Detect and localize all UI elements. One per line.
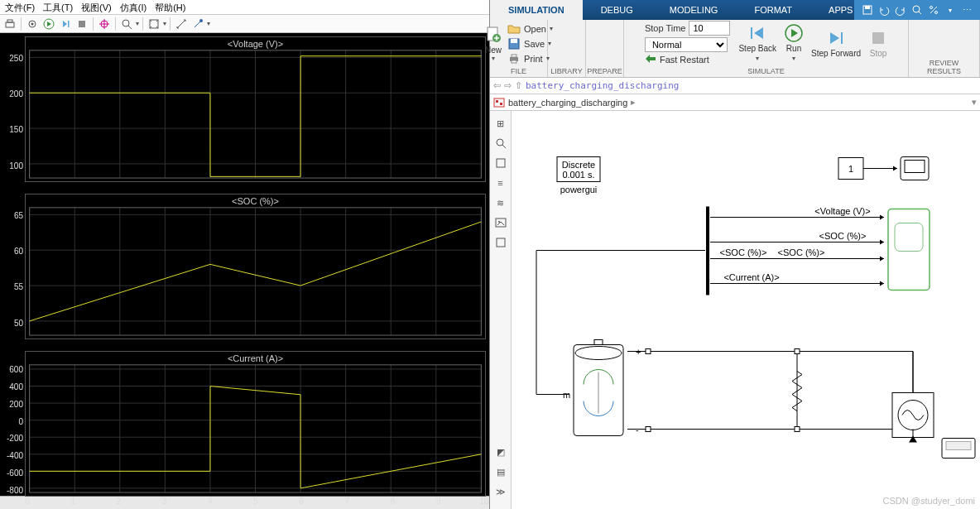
y-tick: 200	[9, 89, 23, 98]
scope-menubar: 文件(F) 工具(T) 视图(V) 仿真(I) 帮助(H)	[0, 0, 489, 15]
fast-restart-button[interactable]: Fast Restart	[645, 54, 731, 65]
watermark: CSDN @studyer_domi	[883, 496, 975, 506]
x-tick: 0	[25, 497, 30, 506]
undo-icon[interactable]	[876, 2, 892, 18]
run-icon[interactable]	[41, 17, 56, 31]
nav-path: battery_charging_discharging	[526, 80, 679, 91]
svg-rect-84	[494, 98, 504, 107]
menu-sim[interactable]: 仿真(I)	[120, 2, 147, 12]
qa-dropdown-icon[interactable]: ▾	[942, 2, 958, 18]
x-tick: 7	[345, 497, 350, 506]
svg-point-71	[930, 7, 933, 9]
save-button[interactable]: Save▾	[507, 37, 553, 50]
tab-debug[interactable]: DEBUG	[583, 0, 651, 20]
menu-view[interactable]: 视图(V)	[81, 2, 112, 12]
marker-icon[interactable]	[190, 17, 205, 31]
nav-up-icon[interactable]: ⇧	[515, 80, 522, 91]
file-group-label: FILE	[511, 67, 526, 75]
run-button[interactable]: Run▾	[785, 24, 803, 62]
tab-modeling[interactable]: MODELING	[651, 0, 737, 20]
x-tick: 5	[253, 497, 258, 506]
plot-title: <Current (A)>	[26, 353, 485, 363]
svg-point-10	[122, 20, 129, 26]
step-forward-button[interactable]: Step Forward	[811, 29, 861, 58]
explore-icon[interactable]: ⊞	[493, 116, 508, 131]
y-tick: 65	[14, 210, 23, 219]
svg-rect-85	[496, 100, 498, 103]
svg-rect-86	[500, 103, 502, 105]
cursor-tool-icon[interactable]	[97, 17, 112, 31]
svg-rect-92	[497, 238, 505, 247]
fit-icon[interactable]	[493, 156, 508, 170]
svg-rect-123	[946, 442, 971, 450]
step-back-icon	[748, 24, 766, 42]
box-icon[interactable]	[493, 235, 508, 250]
stop-icon	[869, 29, 887, 47]
y-tick: 100	[9, 161, 23, 170]
svg-rect-67	[865, 6, 870, 9]
nav-back-icon[interactable]: ⇦	[493, 80, 501, 91]
percent-icon[interactable]	[925, 2, 942, 18]
breadcrumb-drop-icon[interactable]: ▾	[972, 97, 977, 108]
svg-text:<SOC (%)>: <SOC (%)>	[720, 247, 767, 257]
svg-point-87	[497, 139, 503, 146]
x-tick: 2	[117, 497, 122, 506]
menu-tools[interactable]: 工具(T)	[43, 2, 73, 12]
more-icon[interactable]: ⋯	[958, 2, 975, 18]
svg-text:<Voltage (V)>: <Voltage (V)>	[814, 206, 870, 216]
open-button[interactable]: Open▾	[507, 22, 553, 36]
model-canvas[interactable]: Discrete 0.001 s. powergui 1 <Voltage (V…	[512, 111, 980, 509]
scope-plot-2: <Current (A)>-800-600-400-20002004006000…	[25, 351, 486, 497]
left-palette: ⊞ ≡ ≋ ◩ ▤ ≫	[490, 111, 512, 509]
align-icon[interactable]: ≡	[493, 175, 508, 190]
stoptime-input[interactable]	[689, 21, 730, 36]
zoom-icon[interactable]	[119, 17, 134, 31]
zoom-in-icon[interactable]	[493, 136, 508, 151]
tab-simulation[interactable]: SIMULATION	[490, 0, 583, 20]
sim-mode-select[interactable]: Normal	[645, 37, 728, 52]
folder-open-icon	[507, 22, 521, 36]
stop-button[interactable]: Stop	[869, 29, 887, 58]
step-forward-icon	[827, 29, 845, 47]
y-tick: -600	[7, 468, 23, 478]
step-back-button[interactable]: Step Back▾	[738, 24, 776, 62]
new-button[interactable]: New	[484, 26, 502, 55]
scope-toolbar: ▾ ▾ ▾	[0, 15, 489, 33]
svg-rect-79	[512, 60, 516, 63]
gear-icon[interactable]	[25, 17, 40, 31]
svg-line-11	[128, 26, 132, 29]
annotate-icon[interactable]: ≋	[493, 195, 508, 210]
y-tick: -400	[7, 451, 23, 460]
expand-icon[interactable]: ≫	[493, 484, 508, 499]
x-tick: 4	[208, 497, 213, 506]
step-icon[interactable]	[58, 17, 73, 31]
svg-line-69	[919, 12, 921, 14]
print-icon[interactable]	[2, 17, 17, 31]
search-icon[interactable]	[909, 2, 925, 18]
print-icon	[507, 52, 521, 65]
record-icon[interactable]: ◩	[493, 444, 508, 459]
print-button[interactable]: Print▾	[507, 52, 553, 65]
svg-point-68	[913, 6, 920, 12]
menu-file[interactable]: 文件(F)	[5, 2, 35, 12]
svg-rect-118	[795, 349, 800, 354]
breadcrumb-model[interactable]: battery_charging_discharging	[508, 98, 627, 108]
svg-rect-5	[68, 21, 70, 27]
nav-fwd-icon[interactable]: ⇨	[504, 80, 512, 91]
measure-icon[interactable]	[174, 17, 189, 31]
tab-format[interactable]: FORMAT	[736, 0, 810, 20]
svg-rect-116	[646, 349, 651, 354]
stop-icon[interactable]	[74, 17, 89, 31]
svg-text:1: 1	[848, 164, 853, 174]
breadcrumb-sep-icon: ▸	[631, 97, 636, 108]
image-icon[interactable]	[493, 215, 508, 230]
autoscale-icon[interactable]	[147, 17, 161, 31]
svg-line-88	[502, 145, 506, 148]
svg-point-72	[935, 12, 938, 14]
log-icon[interactable]: ▤	[493, 464, 508, 479]
quick-access-toolbar: ▾ ⋯	[854, 0, 980, 20]
menu-help[interactable]: 帮助(H)	[155, 2, 185, 12]
save-quick-icon[interactable]	[859, 2, 876, 18]
y-tick: 200	[9, 399, 23, 408]
redo-icon[interactable]	[892, 2, 909, 18]
